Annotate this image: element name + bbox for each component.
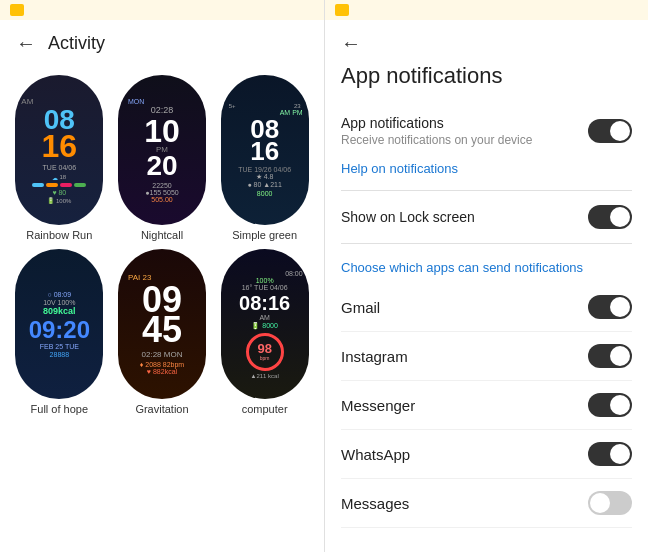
toggle-knob-messenger xyxy=(610,395,630,415)
divider-2 xyxy=(341,243,632,244)
gmail-toggle[interactable] xyxy=(588,295,632,319)
app-row-messages: Messages xyxy=(341,479,632,528)
app-row-instagram: Instagram xyxy=(341,332,632,381)
app-name-messages: Messages xyxy=(341,495,409,512)
watchface-item-computer[interactable]: 08:00 100% 16° TUE 04/06 08:16 AM 🔋 8000… xyxy=(217,249,312,415)
watchface-label-gravitation: Gravitation xyxy=(135,403,188,415)
app-notifications-toggle[interactable] xyxy=(588,119,632,143)
right-panel: ← App notifications App notifications Re… xyxy=(324,0,648,552)
messenger-toggle[interactable] xyxy=(588,393,632,417)
watchface-label-simple-green: Simple green xyxy=(232,229,297,241)
toggle-knob-messages xyxy=(590,493,610,513)
right-content: App notifications App notifications Rece… xyxy=(325,63,648,552)
choose-apps-title: Choose which apps can send notifications xyxy=(341,248,632,283)
watchface-item-simple-green[interactable]: 5+ 23 AM PM 08 16 TUE 19/26 04/06 ★ 4.8 … xyxy=(217,75,312,241)
watchface-preview-rainbow-run: AM 08 16 TUE 04/06 ☁ 18 xyxy=(15,75,103,225)
right-status-bar xyxy=(325,0,648,20)
toggle-knob-instagram xyxy=(610,346,630,366)
toggle-knob-lock xyxy=(610,207,630,227)
watchface-label-rainbow-run: Rainbow Run xyxy=(26,229,92,241)
app-notifications-label: App notifications xyxy=(341,115,588,131)
status-icon-right xyxy=(335,4,349,16)
right-title: App notifications xyxy=(341,63,632,89)
app-name-instagram: Instagram xyxy=(341,348,408,365)
app-name-gmail: Gmail xyxy=(341,299,380,316)
left-back-button[interactable]: ← xyxy=(16,32,36,55)
left-title: Activity xyxy=(48,33,105,54)
watchface-preview-gravitation: PAI 23 09 45 02:28 MON ♦ 2088 82bpm ♥ 88… xyxy=(118,249,206,399)
watchface-item-rainbow-run[interactable]: AM 08 16 TUE 04/06 ☁ 18 xyxy=(12,75,107,241)
watchface-grid: AM 08 16 TUE 04/06 ☁ 18 xyxy=(0,67,324,423)
left-header: ← Activity xyxy=(0,20,324,67)
watchface-preview-nightcall: MON 02:28 10 PM 20 22250 ●155 5050 505.0… xyxy=(118,75,206,225)
left-status-bar xyxy=(0,0,324,20)
toggle-knob-notifications xyxy=(610,121,630,141)
watchface-item-nightcall[interactable]: MON 02:28 10 PM 20 22250 ●155 5050 505.0… xyxy=(115,75,210,241)
right-header: ← xyxy=(325,20,648,63)
watchface-item-full-of-hope[interactable]: ○ 08:09 10V 100% 809kcal 09:20 FEB 25 TU… xyxy=(12,249,107,415)
app-row-gmail: Gmail xyxy=(341,283,632,332)
watchface-label-full-of-hope: Full of hope xyxy=(31,403,88,415)
status-icon-left xyxy=(10,4,24,16)
watchface-preview-full-of-hope: ○ 08:09 10V 100% 809kcal 09:20 FEB 25 TU… xyxy=(15,249,103,399)
watchface-preview-computer: 08:00 100% 16° TUE 04/06 08:16 AM 🔋 8000… xyxy=(221,249,309,399)
lock-screen-label: Show on Lock screen xyxy=(341,209,588,225)
app-notifications-text: App notifications Receive notifications … xyxy=(341,115,588,147)
messages-toggle[interactable] xyxy=(588,491,632,515)
instagram-toggle[interactable] xyxy=(588,344,632,368)
help-link[interactable]: Help on notifications xyxy=(341,157,632,186)
watchface-item-gravitation[interactable]: PAI 23 09 45 02:28 MON ♦ 2088 82bpm ♥ 88… xyxy=(115,249,210,415)
watchface-preview-simple-green: 5+ 23 AM PM 08 16 TUE 19/26 04/06 ★ 4.8 … xyxy=(221,75,309,225)
toggle-knob-whatsapp xyxy=(610,444,630,464)
app-name-messenger: Messenger xyxy=(341,397,415,414)
watchface-label-computer: computer xyxy=(242,403,288,415)
toggle-knob-gmail xyxy=(610,297,630,317)
lock-screen-toggle[interactable] xyxy=(588,205,632,229)
app-row-messenger: Messenger xyxy=(341,381,632,430)
app-notifications-sub: Receive notifications on your device xyxy=(341,133,588,147)
whatsapp-toggle[interactable] xyxy=(588,442,632,466)
watchface-label-nightcall: Nightcall xyxy=(141,229,183,241)
right-back-button[interactable]: ← xyxy=(341,32,361,55)
divider-1 xyxy=(341,190,632,191)
app-name-whatsapp: WhatsApp xyxy=(341,446,410,463)
app-notifications-row: App notifications Receive notifications … xyxy=(341,105,632,157)
lock-screen-row: Show on Lock screen xyxy=(341,195,632,239)
left-panel: ← Activity AM 08 16 TUE 04/06 ☁ 18 xyxy=(0,0,324,552)
lock-screen-text: Show on Lock screen xyxy=(341,209,588,225)
app-row-whatsapp: WhatsApp xyxy=(341,430,632,479)
